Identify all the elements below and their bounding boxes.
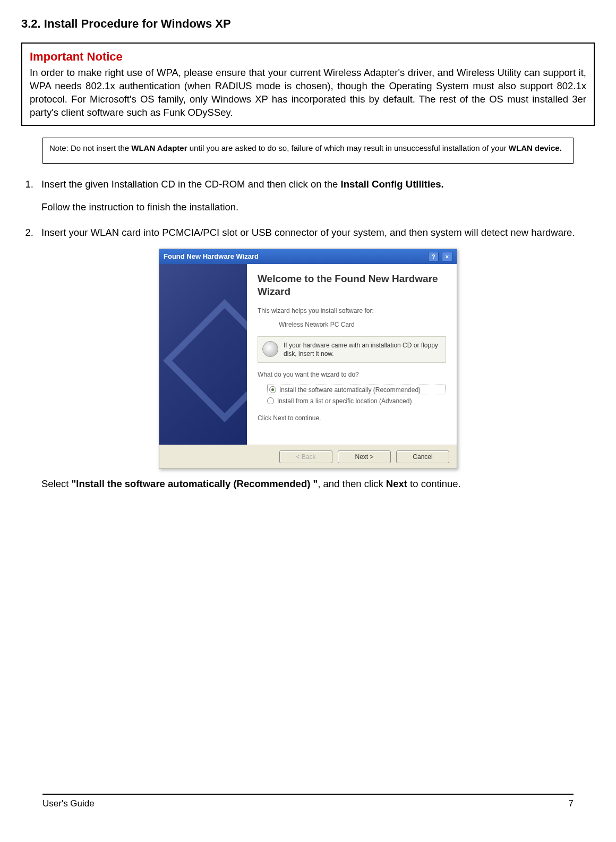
- step1-pre: Insert the given Installation CD in the …: [41, 178, 341, 190]
- wizard-button-row: < Back Next > Cancel: [159, 445, 457, 469]
- wizard-screenshot: Found New Hardware Wizard ? × Welcome to…: [21, 249, 595, 470]
- wizard-question: What do you want the wizard to do?: [258, 370, 446, 379]
- wizard-cd-text: If your hardware came with an installati…: [284, 341, 441, 358]
- radio-label-auto: Install the software automatically (Reco…: [279, 386, 421, 394]
- wizard-heading: Welcome to the Found New Hardware Wizard: [258, 273, 446, 298]
- footer-left: User's Guide: [42, 798, 95, 810]
- wizard-window: Found New Hardware Wizard ? × Welcome to…: [159, 249, 457, 470]
- notice-body: In order to make right use of WPA, pleas…: [30, 66, 586, 120]
- wizard-content: Welcome to the Found New Hardware Wizard…: [247, 264, 457, 445]
- steps-list: Insert the given Installation CD in the …: [21, 175, 595, 193]
- notice-title: Important Notice: [30, 49, 586, 65]
- back-button: < Back: [279, 450, 332, 463]
- help-icon: ?: [428, 252, 439, 261]
- post-mid: , and then click: [318, 478, 386, 489]
- wizard-device: Wireless Network PC Card: [279, 320, 446, 329]
- wizard-body: Welcome to the Found New Hardware Wizard…: [159, 264, 457, 445]
- note-mid: until you are asked to do so, failure of…: [187, 143, 509, 152]
- wizard-cd-hint: If your hardware came with an installati…: [258, 336, 446, 363]
- note-box: Note: Do not insert the WLAN Adapter unt…: [42, 138, 574, 164]
- step-1: Insert the given Installation CD in the …: [36, 175, 595, 193]
- radio-dot-icon: [267, 397, 274, 404]
- note-bold-1: WLAN Adapter: [131, 143, 187, 152]
- wizard-titlebar: Found New Hardware Wizard ? ×: [159, 249, 457, 264]
- wizard-continue: Click Next to continue.: [258, 414, 446, 422]
- post-pre: Select: [41, 478, 72, 489]
- post-bold2: Next: [386, 478, 407, 489]
- radio-option-auto: Install the software automatically (Reco…: [267, 385, 446, 395]
- section-heading: 3.2. Install Procedure for Windows XP: [21, 16, 595, 32]
- radio-dot-selected-icon: [269, 386, 276, 393]
- radio-label-advanced: Install from a list or specific location…: [277, 397, 412, 405]
- post-post: to continue.: [407, 478, 461, 489]
- cancel-button: Cancel: [396, 450, 449, 463]
- footer-page-number: 7: [569, 798, 574, 810]
- step1-bold: Install Config Utilities.: [341, 178, 444, 190]
- wizard-intro: This wizard helps you install software f…: [258, 307, 446, 315]
- cd-icon: [262, 341, 278, 357]
- step1-sub: Follow the instruction to finish the ins…: [41, 201, 595, 214]
- radio-option-advanced: Install from a list or specific location…: [267, 397, 446, 405]
- page-footer: User's Guide 7: [42, 794, 574, 810]
- close-icon: ×: [442, 252, 452, 261]
- wizard-title: Found New Hardware Wizard: [164, 252, 259, 261]
- note-bold-2: WLAN device.: [509, 143, 562, 152]
- steps-list-2: Insert your WLAN card into PCMCIA/PCI sl…: [21, 224, 595, 241]
- post-select-text: Select "Install the software automatical…: [41, 478, 595, 491]
- window-controls: ? ×: [427, 252, 452, 261]
- note-pre: Note: Do not insert the: [49, 143, 131, 152]
- important-notice-box: Important Notice In order to make right …: [21, 42, 595, 126]
- post-bold1: "Install the software automatically (Rec…: [72, 478, 318, 489]
- next-button: Next >: [338, 450, 391, 463]
- wizard-sidebar-graphic: [159, 264, 247, 445]
- step-2: Insert your WLAN card into PCMCIA/PCI sl…: [36, 224, 595, 241]
